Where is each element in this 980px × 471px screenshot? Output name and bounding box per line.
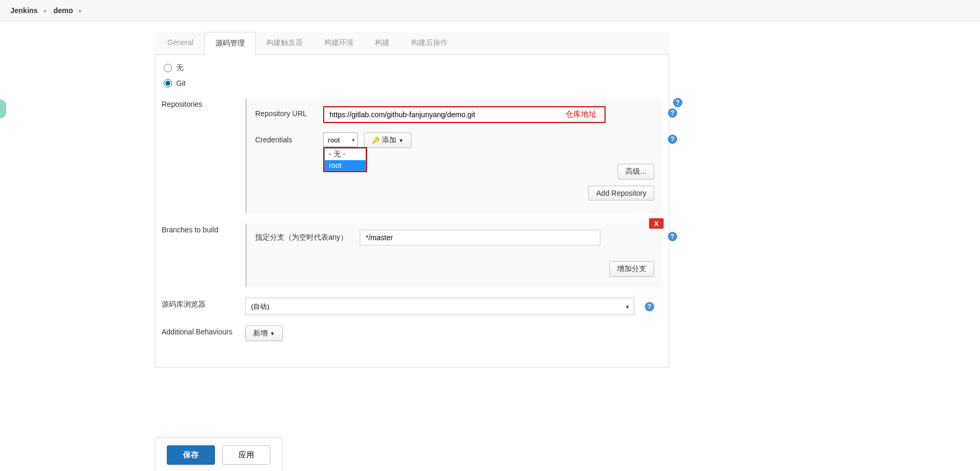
help-icon[interactable]: ? — [645, 302, 654, 311]
tab-post[interactable]: 构建后操作 — [401, 32, 459, 54]
add-credentials-button[interactable]: 🔑 添加 ▼ — [364, 132, 412, 148]
delete-branch-button[interactable]: X — [649, 218, 664, 229]
chevron-right-icon: ▸ — [79, 7, 82, 14]
add-behaviour-label: 新增 — [253, 329, 268, 338]
branches-header: Branches to build — [162, 223, 245, 287]
tab-build[interactable]: 构建 — [364, 32, 401, 54]
add-repository-button[interactable]: Add Repository — [588, 186, 654, 200]
add-branch-button[interactable]: 增加分支 — [609, 261, 654, 277]
help-icon[interactable]: ? — [668, 108, 677, 118]
repositories-header: Repositories — [162, 98, 245, 213]
scm-option-none[interactable]: 无 — [164, 63, 663, 73]
chevron-right-icon: ▸ — [44, 7, 47, 14]
advanced-button[interactable]: 高级... — [618, 164, 654, 180]
chevron-down-icon: ▼ — [270, 331, 275, 337]
breadcrumb-project[interactable]: demo — [53, 6, 73, 15]
branch-spec-input[interactable] — [360, 230, 600, 245]
scm-option-git[interactable]: Git — [164, 79, 663, 87]
repositories-section: Repositories ? Repository URL 仓库地址 ? — [162, 98, 663, 213]
radio-none-label[interactable]: 无 — [176, 63, 184, 73]
repo-url-annotation: 仓库地址 — [565, 109, 597, 119]
behaviours-label: Additional Behaviours — [162, 326, 245, 341]
chevron-down-icon: ▼ — [398, 138, 404, 143]
repo-url-label: Repository URL — [255, 106, 323, 118]
credentials-select[interactable]: root — [323, 132, 358, 147]
tab-general[interactable]: General — [155, 32, 204, 54]
branches-section: Branches to build X 指定分支（为空时代表any） ? 增加分… — [162, 223, 663, 287]
config-tabs: General 源码管理 构建触发器 构建环境 构建 构建后操作 — [155, 32, 669, 55]
breadcrumb: Jenkins ▸ demo ▸ — [0, 0, 980, 21]
breadcrumb-jenkins[interactable]: Jenkins — [10, 6, 38, 15]
tab-env[interactable]: 构建环境 — [314, 32, 364, 54]
help-icon[interactable]: ? — [668, 134, 677, 144]
config-panel: 无 Git Repositories ? Repository URL — [155, 55, 669, 368]
credentials-label: Credentials — [255, 132, 323, 144]
add-cred-label: 添加 — [382, 136, 396, 145]
help-icon[interactable]: ? — [673, 98, 682, 107]
repo-url-input[interactable] — [323, 106, 606, 123]
cred-option-none[interactable]: - 无 - — [325, 149, 366, 160]
repo-browser-label: 源码库浏览器 — [162, 298, 245, 315]
cred-option-root[interactable]: root — [325, 160, 366, 171]
radio-none[interactable] — [164, 64, 172, 72]
credentials-dropdown: - 无 - root — [323, 147, 367, 172]
help-icon[interactable]: ? — [668, 232, 677, 241]
repo-browser-select[interactable]: (自动) — [245, 298, 634, 315]
tab-scm[interactable]: 源码管理 — [204, 32, 256, 55]
behaviours-section: Additional Behaviours 新增 ▼ — [162, 326, 663, 341]
key-icon: 🔑 — [372, 137, 380, 144]
tab-triggers[interactable]: 构建触发器 — [256, 32, 314, 54]
add-behaviour-button[interactable]: 新增 ▼ — [245, 326, 283, 341]
radio-git-label[interactable]: Git — [176, 79, 186, 87]
branch-spec-label: 指定分支（为空时代表any） — [255, 230, 360, 242]
repo-browser-section: 源码库浏览器 (自动) ▾ ? — [162, 298, 663, 315]
radio-git[interactable] — [164, 79, 172, 87]
